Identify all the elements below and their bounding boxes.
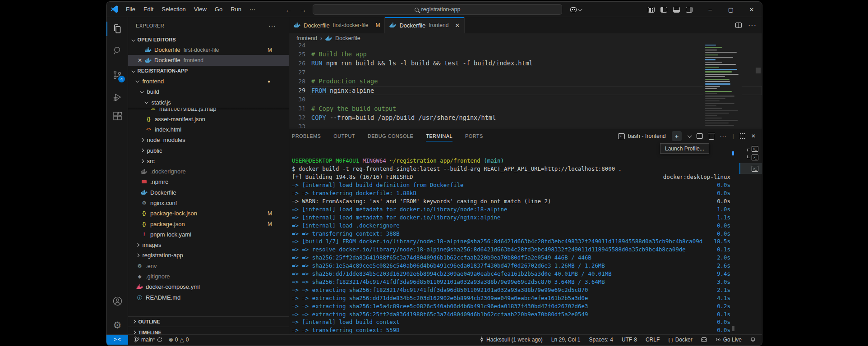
outline-section[interactable]: OUTLINE [128,316,289,327]
tree-item-asset-manifest-json[interactable]: {}asset-manifest.json [128,114,289,124]
explorer-icon[interactable] [106,19,128,39]
editor-scrollbar[interactable] [756,68,761,73]
search-icon[interactable] [106,41,128,60]
encoding-item[interactable]: UTF-8 [622,337,637,343]
account-icon[interactable] [106,291,128,311]
indentation-item[interactable]: Spaces: 4 [589,337,613,343]
extensions-icon[interactable] [106,107,128,127]
breadcrumb-segment[interactable]: Dockerfile [335,35,360,41]
toggle-sidebar-icon[interactable] [660,7,667,13]
open-editors-header[interactable]: OPEN EDITORS [128,34,289,45]
tree-item--gitignore[interactable]: ◈.gitignore [128,271,289,282]
split-editor-icon[interactable] [735,23,742,28]
tree-item-images[interactable]: images [128,240,289,250]
breadcrumb[interactable]: frontend›Dockerfile [289,33,762,43]
maximize-button[interactable]: ▢ [720,2,741,17]
command-center-search[interactable]: registration-app [313,4,562,15]
terminal-split-item[interactable]: >_ [739,153,762,162]
tree-item-build[interactable]: build [128,86,289,97]
close-icon[interactable]: ✕ [138,57,145,64]
tree-item-readme-md[interactable]: iREADME.md [128,292,289,303]
close-tab-icon[interactable]: ✕ [455,22,460,29]
minimap[interactable] [703,43,742,128]
eol-item[interactable]: CRLF [646,337,660,343]
tree-item--npmrc[interactable]: .npmrc [128,177,289,187]
new-terminal-button[interactable]: + [672,131,682,141]
terminal-scrollbar[interactable] [732,146,735,332]
tree-item-frontend[interactable]: frontend● [128,76,289,86]
menu-view[interactable]: View [190,4,211,14]
project-root-header[interactable]: REGISTRATION-APP [128,66,289,76]
breadcrumb-segment[interactable]: frontend [296,35,317,41]
open-editor-item[interactable]: Dockerfilefirst-docker-fileM [128,45,289,55]
tree-item-nginx-conf[interactable]: ⚙nginx.conf [128,198,289,208]
tree-item--env[interactable]: ⚙.env [128,261,289,271]
tree-item-docker-compose-yml[interactable]: docker-compose.yml [128,282,289,292]
panel-tab-output[interactable]: OUTPUT [333,128,355,144]
commit-info-item[interactable]: Hacksoull (1 week ago) [480,337,543,343]
tree-item-package-json[interactable]: {}package.jsonM [128,219,289,229]
go-live-item[interactable]: Go Live [716,337,742,343]
editor-tab-first-docker-file[interactable]: Dockerfilefirst-docker-fileM [289,17,385,33]
forward-icon[interactable]: → [300,6,306,14]
panel-tab-terminal[interactable]: TERMINAL [426,128,452,144]
terminal-item-selected[interactable]: >_ [739,163,762,174]
language-mode-item[interactable]: { }Docker [668,337,692,343]
editor-tab-frontend[interactable]: Dockerfilefrontend✕ [385,17,465,33]
panel-tab-debug-console[interactable]: DEBUG CONSOLE [368,128,413,144]
menu-bar: FileEditSelectionViewGoRun··· [122,4,259,14]
toggle-secondary-sidebar-icon[interactable] [686,7,693,13]
robot-icon[interactable] [701,337,707,342]
tree-item--dockerignore[interactable]: .dockerignore [128,166,289,177]
modified-badge: M [375,22,380,28]
minimize-button[interactable]: – [700,2,720,17]
open-editor-item[interactable]: ✕Dockerfilefrontend [128,55,289,65]
menu-file[interactable]: File [122,4,139,14]
tree-item-pnpm-lock-yaml[interactable]: !pnpm-lock.yaml [128,229,289,240]
code-editor[interactable]: 2425# Build the app26RUN npm run build &… [289,43,762,128]
source-control-icon[interactable]: 4 [106,65,128,85]
panel-more-actions-icon[interactable]: ··· [720,133,727,139]
tree-item-public[interactable]: public [128,145,289,155]
menu-···[interactable]: ··· [245,4,259,14]
run-debug-icon[interactable] [106,87,128,107]
tree-item-node-modules[interactable]: node_modules [128,135,289,145]
tree-item-src[interactable]: src [128,156,289,166]
customize-layout-icon[interactable] [648,7,655,13]
back-icon[interactable]: ← [285,6,292,14]
remote-indicator[interactable]: > < [106,335,128,345]
tree-item-static-js[interactable]: static\js [128,97,289,108]
maximize-panel-icon[interactable] [740,133,745,139]
menu-selection[interactable]: Selection [157,4,189,14]
terminal-profile-chevron-icon[interactable] [688,133,692,138]
tree-item-dockerfile[interactable]: Dockerfile [128,187,289,198]
tree-item-index-html[interactable]: <>index.html [128,124,289,135]
notifications-bell-icon[interactable] [750,337,756,342]
close-panel-icon[interactable]: ✕ [751,133,756,139]
tree-item-registration-app[interactable]: registration-app [128,250,289,260]
menu-go[interactable]: Go [211,4,226,14]
explorer-actions-icon[interactable]: ··· [268,22,276,29]
chevron-right-icon [140,159,144,163]
toggle-panel-icon[interactable] [673,7,680,13]
split-terminal-icon[interactable] [697,133,703,139]
git-branch-item[interactable]: main* [134,337,162,343]
cursor-position-item[interactable]: Ln 29, Col 1 [551,337,581,343]
tree-item-package-lock-json[interactable]: {}package-lock.jsonM [128,208,289,219]
editor-more-actions-icon[interactable]: ··· [748,21,757,29]
terminal-split-item[interactable]: >_ [739,145,762,153]
gear-file-icon: ⚙ [141,200,148,206]
menu-run[interactable]: Run [226,4,245,14]
timeline-section[interactable]: TIMELINE [128,327,289,334]
copilot-button[interactable] [570,7,581,12]
kill-terminal-icon[interactable] [709,134,714,140]
panel-tab-problems[interactable]: PROBLEMS [292,128,321,144]
tree-item-label: frontend [143,78,164,85]
chevron-down-icon [145,100,148,104]
terminal-output[interactable]: USER@DESKTOP-M0F4OU1 MINGW64 ~/registrat… [292,144,730,334]
panel-tab-ports[interactable]: PORTS [465,128,483,144]
settings-gear-icon[interactable]: ⚙ [106,315,128,335]
problems-item[interactable]: ⊗0 △0 [169,337,189,343]
menu-edit[interactable]: Edit [139,4,157,14]
close-button[interactable]: ✕ [741,2,762,17]
